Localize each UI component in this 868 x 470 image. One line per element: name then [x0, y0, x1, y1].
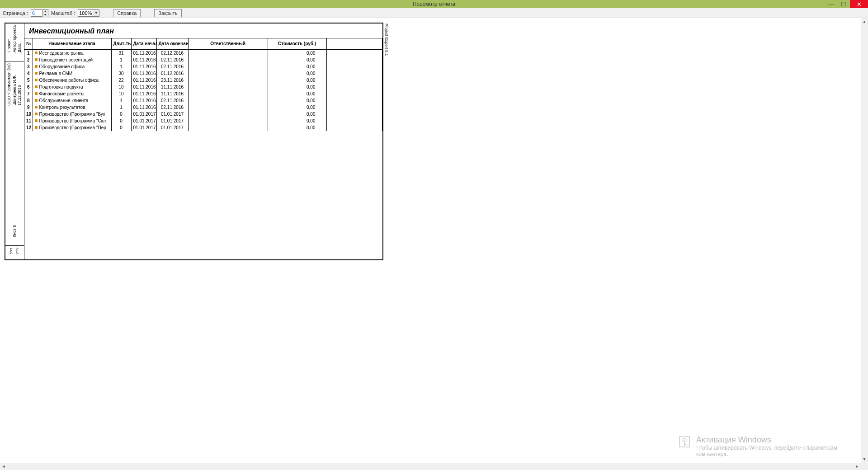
cell-end-date: 02.11.2016 [156, 97, 188, 104]
cell-responsible [188, 77, 268, 84]
cell-cost: 0,00 [268, 124, 326, 131]
cell-tail [326, 124, 382, 131]
cell-name: Производство (Программа "Скл [33, 118, 111, 124]
page-spinner[interactable]: ▲ ▼ [31, 9, 48, 17]
cell-duration: 10 [111, 84, 131, 90]
cell-responsible [188, 90, 268, 97]
page-spin-up-icon[interactable]: ▲ [42, 9, 48, 13]
cell-responsible [188, 84, 268, 90]
cell-end-date: 02.11.2016 [156, 104, 188, 111]
cell-end-date: 01.12.2016 [156, 70, 188, 77]
help-button-label: Справка [117, 10, 137, 16]
table-row: 11Производство (Программа "Скл001.01.201… [24, 118, 382, 124]
cell-number: 3 [24, 63, 33, 70]
stages-table: № Наименование этапа Длит-ть Дата начала… [24, 38, 382, 131]
cell-tail [326, 56, 382, 63]
page-input[interactable] [31, 9, 42, 17]
zoom-label: Масштаб : [51, 10, 75, 16]
cell-duration: 30 [111, 70, 131, 77]
cell-end-date: 01.01.2017 [156, 111, 188, 118]
stage-bullet-icon [35, 72, 38, 75]
cell-number: 6 [24, 84, 33, 90]
maximize-button[interactable]: ☐ [837, 0, 850, 8]
cell-responsible [188, 63, 268, 70]
window-title: Просмотр отчета [413, 1, 456, 7]
cell-start-date: 01.11.2016 [131, 84, 156, 90]
cell-end-date: 02.11.2016 [156, 63, 188, 70]
stage-bullet-icon [35, 99, 38, 102]
report-page: Project Expert 6.1 Проект Автор проекта … [5, 23, 383, 260]
col-responsible: Ответственный [188, 38, 268, 49]
stage-bullet-icon [35, 92, 38, 95]
scroll-right-icon[interactable]: ► [854, 463, 861, 470]
scroll-corner [861, 463, 868, 470]
cell-name: Обеспечение работы офиса [33, 77, 111, 84]
cell-cost: 0,00 [268, 90, 326, 97]
vertical-scrollbar[interactable]: ▲ ▼ [861, 18, 868, 463]
table-row: 9Контроль результатов101.11.201602.11.20… [24, 104, 382, 111]
table-row: 7Финансовые расчёты1001.11.201611.11.201… [24, 90, 382, 97]
cell-name: Финансовые расчёты [33, 90, 111, 97]
table-row: 3Оборудование офиса101.11.201602.11.2016… [24, 63, 382, 70]
horizontal-scrollbar[interactable]: ◄ ► [0, 463, 861, 470]
window-controls: — ☐ ✕ [825, 0, 868, 8]
cell-responsible [188, 97, 268, 104]
col-tail [326, 38, 382, 49]
cell-duration: 10 [111, 90, 131, 97]
cell-start-date: 01.01.2017 [131, 111, 156, 118]
help-button[interactable]: Справка [113, 9, 141, 17]
stage-bullet-icon [35, 106, 38, 108]
cell-start-date: 01.11.2016 [131, 49, 156, 56]
cell-name: Исследование рынка [33, 49, 111, 56]
side-strip: Проект Автор проекта Дата ООО "ПрогИнтер… [5, 24, 24, 259]
cell-start-date: 01.11.2016 [131, 77, 156, 84]
cell-end-date: 23.11.2016 [156, 77, 188, 84]
cell-number: 5 [24, 77, 33, 84]
table-row: 6Подготовка продукта1001.11.201611.11.20… [24, 84, 382, 90]
cell-responsible [188, 124, 268, 131]
cell-end-date: 01.01.2017 [156, 118, 188, 124]
cell-number: 1 [24, 49, 33, 56]
side-block-2: ООО "ПрогИнтер" (59) Шантреева И.Ф. 17.1… [7, 63, 23, 106]
minimize-button[interactable]: — [825, 0, 837, 8]
page-spin-down-icon[interactable]: ▼ [42, 13, 48, 17]
cell-tail [326, 63, 382, 70]
zoom-combobox[interactable]: ▼ [78, 9, 99, 17]
cell-responsible [188, 56, 268, 63]
cell-end-date: 02.12.2016 [156, 49, 188, 56]
cell-name: Оборудование офиса [33, 63, 111, 70]
page-label: Страница : [3, 10, 28, 16]
cell-start-date: 01.11.2016 [131, 90, 156, 97]
stage-bullet-icon [35, 58, 38, 61]
cell-end-date: 11.11.2016 [156, 90, 188, 97]
toolbar: Страница : ▲ ▼ Масштаб : ▼ Справка Закры… [0, 8, 868, 18]
table-row: 1Исследование рынка3101.11.201602.12.201… [24, 49, 382, 56]
stage-bullet-icon [35, 126, 38, 129]
cell-duration: 0 [111, 118, 131, 124]
table-row: 4Реклама в СМИ3001.11.201601.12.20160,00 [24, 70, 382, 77]
zoom-input[interactable] [78, 9, 93, 17]
cell-responsible [188, 49, 268, 56]
cell-number: 10 [24, 111, 33, 118]
cell-duration: 1 [111, 97, 131, 104]
cell-end-date: 01.01.2017 [156, 124, 188, 131]
close-window-button[interactable]: ✕ [850, 0, 868, 8]
side-block-3: Лист 6 [12, 225, 18, 237]
chevron-down-icon[interactable]: ▼ [93, 9, 99, 17]
cell-name: Контроль результатов [33, 104, 111, 111]
cell-tail [326, 104, 382, 111]
close-button[interactable]: Закрыть [154, 9, 181, 17]
report-viewport[interactable]: Project Expert 6.1 Проект Автор проекта … [0, 18, 861, 463]
col-duration: Длит-ть [111, 38, 131, 49]
scroll-down-icon[interactable]: ▼ [861, 456, 868, 463]
col-start-date: Дата начала [131, 38, 156, 49]
scroll-left-icon[interactable]: ◄ [0, 463, 7, 470]
cell-number: 11 [24, 118, 33, 124]
cell-duration: 1 [111, 63, 131, 70]
cell-number: 12 [24, 124, 33, 131]
cell-start-date: 01.11.2016 [131, 56, 156, 63]
table-row: 12Производство (Программа "Пер001.01.201… [24, 124, 382, 131]
cell-cost: 0,00 [268, 118, 326, 124]
cell-responsible [188, 118, 268, 124]
scroll-up-icon[interactable]: ▲ [861, 18, 868, 25]
